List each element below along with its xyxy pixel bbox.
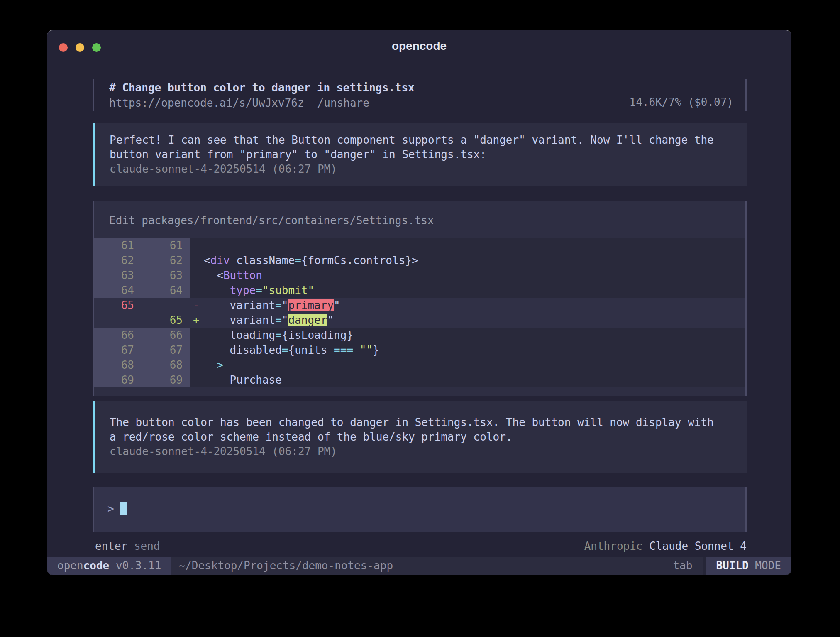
diff-code-line: variant="danger" bbox=[204, 313, 334, 328]
app-version: v0.3.11 bbox=[109, 559, 161, 572]
prompt-input[interactable]: > bbox=[93, 487, 747, 532]
diff-gutter: 6464 bbox=[94, 283, 190, 298]
diff-gutter: 6666 bbox=[94, 328, 190, 343]
app-name-code: code bbox=[83, 559, 110, 572]
send-hint-action: send bbox=[134, 540, 160, 552]
hint-row: enter send Anthropic Claude Sonnet 4 bbox=[95, 539, 747, 554]
close-button[interactable] bbox=[59, 43, 68, 52]
send-hint: enter send bbox=[95, 539, 160, 554]
diff-row: 6161 bbox=[94, 238, 745, 253]
diff-row: 65- variant="primary" bbox=[94, 298, 745, 313]
diff-row: 6464 type="submit" bbox=[94, 283, 745, 298]
app-version-segment: opencode v0.3.11 bbox=[47, 557, 171, 575]
diff-gutter: 6363 bbox=[94, 268, 190, 283]
working-directory: ~/Desktop/Projects/demo-notes-app bbox=[178, 557, 393, 575]
diff-row: 6666 loading={isLoading} bbox=[94, 328, 745, 343]
edit-tool-title: Edit packages/frontend/src/containers/Se… bbox=[94, 213, 745, 228]
model-name: Claude Sonnet 4 bbox=[649, 540, 747, 552]
diff-code-line: disabled={units === ""} bbox=[204, 343, 379, 358]
diff-row: 6969 Purchase bbox=[94, 372, 745, 387]
send-hint-key: enter bbox=[95, 540, 127, 552]
diff-code-line: variant="primary" bbox=[204, 298, 340, 313]
diff-code-line: > bbox=[204, 358, 223, 372]
diff-gutter: 6767 bbox=[94, 343, 190, 358]
window-title: opencode bbox=[47, 30, 791, 62]
diff-table: 61616262<div className={formCs.controls}… bbox=[94, 238, 745, 387]
mode-label: BUILD bbox=[716, 559, 748, 572]
app-name-open: open bbox=[57, 559, 83, 572]
assistant-message-text: The button color has been changed to dan… bbox=[110, 415, 718, 444]
assistant-message-text: Perfect! I can see that the Button compo… bbox=[110, 133, 718, 162]
diff-row: 6868 > bbox=[94, 358, 745, 372]
edit-tool-card: Edit packages/frontend/src/containers/Se… bbox=[93, 201, 747, 396]
diff-code-line: <Button bbox=[204, 268, 262, 283]
context-usage: 14.6K/7% ($0.07) bbox=[630, 95, 733, 110]
tab-hint[interactable]: tab bbox=[673, 557, 692, 575]
diff-row: 6262<div className={formCs.controls}> bbox=[94, 253, 745, 268]
diff-gutter: 6868 bbox=[94, 358, 190, 372]
session-header: # Change button color to danger in setti… bbox=[93, 79, 747, 111]
diff-row: 6363 <Button bbox=[94, 268, 745, 283]
share-url[interactable]: https://opencode.ai/s/UwJxv76z bbox=[109, 97, 304, 109]
assistant-message: Perfect! I can see that the Button compo… bbox=[93, 123, 747, 186]
cwd-segment: ~/Desktop/Projects/demo-notes-apptab bbox=[171, 557, 703, 575]
diff-code-line: loading={isLoading} bbox=[204, 328, 353, 343]
diff-gutter: 65 bbox=[94, 313, 190, 328]
zoom-button[interactable] bbox=[92, 43, 101, 52]
diff-code-line: <div className={formCs.controls}> bbox=[204, 253, 418, 268]
diff-gutter: 6969 bbox=[94, 372, 190, 387]
model-indicator: Anthropic Claude Sonnet 4 bbox=[584, 539, 747, 554]
assistant-message-meta: claude-sonnet-4-20250514 (06:27 PM) bbox=[110, 444, 718, 459]
model-provider: Anthropic bbox=[584, 540, 643, 552]
minimize-button[interactable] bbox=[76, 43, 84, 52]
session-title: # Change button color to danger in setti… bbox=[109, 80, 733, 96]
mode-suffix: MODE bbox=[749, 559, 781, 572]
mode-segment[interactable]: BUILD MODE bbox=[706, 557, 791, 575]
unshare-command[interactable]: /unshare bbox=[317, 97, 369, 109]
assistant-message-meta: claude-sonnet-4-20250514 (06:27 PM) bbox=[110, 162, 718, 176]
diff-row: 6767 disabled={units === ""} bbox=[94, 343, 745, 358]
window-controls bbox=[59, 43, 101, 52]
prompt-symbol: > bbox=[107, 502, 114, 515]
opencode-window: opencode # Change button color to danger… bbox=[47, 30, 791, 575]
title-bar: opencode bbox=[47, 30, 791, 64]
text-cursor bbox=[120, 502, 127, 515]
diff-row: 65+ variant="danger" bbox=[94, 313, 745, 328]
diff-code-line: Purchase bbox=[204, 372, 282, 387]
diff-gutter: 65 bbox=[94, 298, 190, 313]
assistant-message: The button color has been changed to dan… bbox=[93, 401, 747, 473]
diff-gutter: 6262 bbox=[94, 253, 190, 268]
diff-code-line: type="submit" bbox=[204, 283, 314, 298]
status-bar: opencode v0.3.11 ~/Desktop/Projects/demo… bbox=[47, 557, 791, 575]
diff-gutter: 6161 bbox=[94, 238, 190, 253]
